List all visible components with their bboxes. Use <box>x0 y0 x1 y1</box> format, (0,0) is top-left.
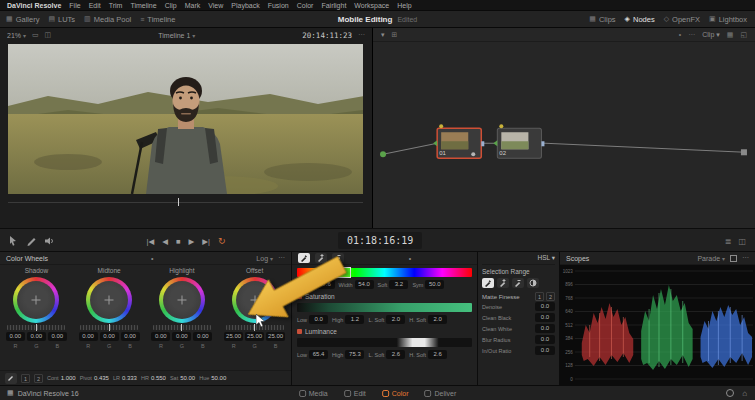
sat-lsoft-value[interactable]: 2.0 <box>386 315 405 324</box>
source-input-dot[interactable] <box>380 151 386 157</box>
wheels-mode-select[interactable]: Log ▾ <box>256 255 273 262</box>
menu-file[interactable]: File <box>69 2 80 9</box>
pointer-tool-icon[interactable] <box>8 235 19 247</box>
timeline-select[interactable]: Timeline 1 ▾ <box>158 32 195 39</box>
low-range-value[interactable]: 0.333 <box>122 375 137 381</box>
clip-selector[interactable]: Clip ▾ <box>702 31 720 39</box>
wheel-crosshair[interactable] <box>177 296 186 305</box>
palette-options-icon[interactable]: ⋯ <box>278 254 285 262</box>
menu-mark[interactable]: Mark <box>185 2 201 9</box>
offset-r-value[interactable]: 25.00 <box>224 332 243 341</box>
hue-selection-region[interactable] <box>322 267 352 278</box>
viewer-zoom-select[interactable]: 21% ▾ <box>7 32 26 39</box>
menu-edit[interactable]: Edit <box>89 2 101 9</box>
expand-panel-icon[interactable]: ◱ <box>740 31 747 39</box>
media-pool-button[interactable]: ▥Media Pool <box>84 15 131 24</box>
qualifier-mode-select[interactable]: HSL ▾ <box>538 254 555 262</box>
sat-high-value[interactable]: 1.2 <box>345 315 364 324</box>
qualifier-picker-icon[interactable] <box>298 253 310 263</box>
lightbox-button[interactable]: ▣Lightbox <box>709 15 747 24</box>
scopes-toggle-icon[interactable]: ◫ <box>738 237 746 246</box>
expand-scope-icon[interactable] <box>730 255 737 262</box>
keyframes-icon[interactable]: ≣ <box>725 237 732 246</box>
node-graph-canvas[interactable]: 01 02 <box>373 42 755 228</box>
offset-g-value[interactable]: 25.00 <box>245 332 264 341</box>
split-screen-icon[interactable]: ◫ <box>45 31 52 39</box>
wheel-crosshair[interactable] <box>105 296 114 305</box>
menu-view[interactable]: View <box>208 2 223 9</box>
matte-page-1-button[interactable]: 1 <box>535 292 544 301</box>
scope-options-icon[interactable]: ⋯ <box>742 254 749 262</box>
picker-add-icon[interactable] <box>315 253 327 263</box>
audio-monitor-icon[interactable] <box>44 235 55 247</box>
highlight-b-value[interactable]: 0.00 <box>193 332 212 341</box>
play-button[interactable]: ▶ <box>188 237 194 246</box>
lum-lsoft-value[interactable]: 2.6 <box>386 350 405 359</box>
app-grid-icon[interactable]: ▦ <box>7 389 14 397</box>
timeline-button[interactable]: ≡Timeline <box>140 15 175 24</box>
gallery-button[interactable]: ▦Gallery <box>6 15 39 24</box>
invert-selection-icon[interactable] <box>527 278 539 288</box>
wheel-crosshair[interactable] <box>32 296 41 305</box>
contrast-value[interactable]: 1.000 <box>61 375 76 381</box>
highlight-master-slider[interactable] <box>153 325 211 330</box>
chevron-down-icon[interactable]: ▾ <box>381 31 385 39</box>
shadow-color-wheel[interactable] <box>13 277 59 323</box>
luts-button[interactable]: ▤LUTs <box>48 15 75 24</box>
midtone-g-value[interactable]: 0.00 <box>100 332 119 341</box>
menu-fusion[interactable]: Fusion <box>268 2 289 9</box>
bypass-grades-icon[interactable]: ▭ <box>32 31 39 39</box>
matte-page-2-button[interactable]: 2 <box>546 292 555 301</box>
blur-radius-value[interactable]: 0.0 <box>535 335 555 344</box>
high-range-value[interactable]: 0.550 <box>151 375 166 381</box>
lum-low-value[interactable]: 65.4 <box>309 350 328 359</box>
pivot-value[interactable]: 0.435 <box>94 375 109 381</box>
shadow-r-value[interactable]: 0.00 <box>6 332 25 341</box>
scope-mode-select[interactable]: Parade ▾ <box>697 255 725 262</box>
picker-subtract-icon[interactable] <box>332 253 344 263</box>
lum-high-value[interactable]: 75.3 <box>345 350 364 359</box>
home-icon[interactable]: ⌂ <box>742 389 747 398</box>
viewer-video[interactable] <box>8 44 363 194</box>
clean-black-value[interactable]: 0.0 <box>535 313 555 322</box>
project-settings-gear-icon[interactable] <box>726 389 734 397</box>
page-tab-media[interactable]: Media <box>299 390 328 397</box>
eyedropper-add-icon[interactable] <box>497 278 509 288</box>
menu-timeline[interactable]: Timeline <box>130 2 156 9</box>
hue-sym-value[interactable]: 50.0 <box>425 280 444 289</box>
menu-help[interactable]: Help <box>397 2 411 9</box>
shadow-g-value[interactable]: 0.00 <box>27 332 46 341</box>
wheels-page-2-button[interactable]: 2 <box>34 374 43 383</box>
shadow-b-value[interactable]: 0.00 <box>48 332 67 341</box>
openfx-button[interactable]: ◇OpenFX <box>664 15 700 24</box>
step-back-button[interactable]: ◀ <box>162 237 168 246</box>
menu-trim[interactable]: Trim <box>109 2 123 9</box>
options-dots-icon[interactable]: ⋯ <box>688 31 695 39</box>
menu-fairlight[interactable]: Fairlight <box>321 2 346 9</box>
go-to-start-button[interactable]: |◀ <box>146 237 154 246</box>
corrector-node-02[interactable]: 02 <box>493 124 544 158</box>
corrector-node-01[interactable]: 01 <box>433 124 484 158</box>
luminance-enable-toggle[interactable] <box>297 329 302 334</box>
page-tab-edit[interactable]: Edit <box>344 390 366 397</box>
highlight-color-wheel[interactable] <box>159 277 205 323</box>
eyedropper-subtract-icon[interactable] <box>512 278 524 288</box>
wheels-page-1-button[interactable]: 1 <box>21 374 30 383</box>
shadow-master-slider[interactable] <box>7 325 65 330</box>
clean-white-value[interactable]: 0.0 <box>535 324 555 333</box>
menu-color[interactable]: Color <box>297 2 314 9</box>
sat-low-value[interactable]: 0.0 <box>309 315 328 324</box>
midtone-color-wheel[interactable] <box>86 277 132 323</box>
offset-master-slider[interactable] <box>226 325 284 330</box>
in-out-ratio-value[interactable]: 0.0 <box>535 346 555 355</box>
thumbnail-view-icon[interactable]: ▦ <box>727 31 734 39</box>
page-tab-color[interactable]: Color <box>382 390 409 397</box>
menu-clip[interactable]: Clip <box>165 2 177 9</box>
menu-workspace[interactable]: Workspace <box>354 2 389 9</box>
menu-playback[interactable]: Playback <box>231 2 259 9</box>
wheel-crosshair[interactable] <box>250 296 259 305</box>
luminance-range-bar[interactable] <box>297 338 472 347</box>
denoise-value[interactable]: 0.0 <box>535 302 555 311</box>
offset-b-value[interactable]: 25.00 <box>266 332 285 341</box>
hue-value[interactable]: 50.00 <box>211 375 226 381</box>
